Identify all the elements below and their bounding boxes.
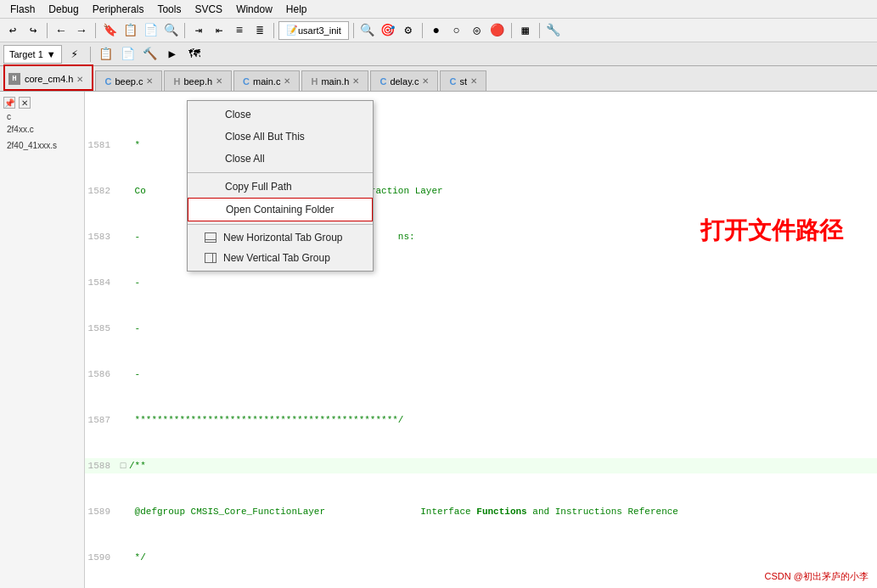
target-action-btn[interactable]: ⚡ xyxy=(65,45,84,64)
tab-st[interactable]: C st ✕ xyxy=(440,70,486,91)
line-number-1582: 1582 xyxy=(85,183,117,199)
tab-main-h-label: main.h xyxy=(321,76,349,87)
dot4-btn[interactable]: 🔴 xyxy=(488,21,507,40)
ctx-open-folder[interactable]: Open Containing Folder xyxy=(188,198,373,221)
ctx-close-all-label: Close All xyxy=(225,153,265,165)
cpu-btn[interactable]: ⚙ xyxy=(399,21,418,40)
ctx-new-v-tab-icon xyxy=(205,253,216,263)
dot2-btn[interactable]: ○ xyxy=(447,21,466,40)
copy-button[interactable]: 📋 xyxy=(121,21,139,40)
outdent-button[interactable]: ⇤ xyxy=(210,21,228,40)
panel-item-c[interactable]: c xyxy=(0,110,84,123)
paste-button[interactable]: 📄 xyxy=(141,21,160,40)
ctx-close-label: Close xyxy=(225,109,251,120)
tab-icon-core-cm4: H xyxy=(8,73,20,85)
menu-peripherals[interactable]: Peripherals xyxy=(86,2,151,17)
indent-button[interactable]: ⇥ xyxy=(189,21,208,40)
dot3-btn[interactable]: ◎ xyxy=(468,21,486,40)
toolbar-separator-2 xyxy=(95,23,96,38)
copy-t-btn[interactable]: 📋 xyxy=(97,45,115,64)
panel-item-2f4[interactable]: 2f4xx.c xyxy=(0,123,84,136)
toolbar-separator-5 xyxy=(353,23,354,38)
main-area: 📌 ✕ c 2f4xx.c 2f40_41xxx.s 1581 * 1582 C… xyxy=(0,92,877,588)
build-btn[interactable]: 🔨 xyxy=(141,45,160,64)
format2-button[interactable]: ≣ xyxy=(250,21,269,40)
ctx-close-all[interactable]: Close All xyxy=(188,148,373,170)
file-display-name: usart3_init xyxy=(298,25,341,36)
tab-core-cm4-label: core_cm4.h xyxy=(25,74,73,84)
expand-1588[interactable]: □ xyxy=(117,458,129,473)
editor-area[interactable]: 1581 * 1582 Co raction Layer 1583 - xyxy=(85,92,877,588)
format1-button[interactable]: ≡ xyxy=(230,21,249,40)
code-text-1586: - xyxy=(129,367,877,382)
tab-delay-c-close[interactable]: ✕ xyxy=(422,76,429,86)
tab-icon-main-h: H xyxy=(311,76,318,87)
settings-btn[interactable]: 🔧 xyxy=(544,21,563,40)
bookmark-button[interactable]: 🔖 xyxy=(100,21,119,40)
ctx-close-all-icon xyxy=(205,152,218,165)
line-number-1588: 1588 xyxy=(85,458,117,473)
toolbar-separator-1 xyxy=(47,23,48,38)
tab-beep-c-close[interactable]: ✕ xyxy=(146,76,153,86)
toolbar: ↩ ↪ ← → 🔖 📋 📄 🔍 ⇥ ⇤ ≡ ≣ 📝 usart3_init 🔍 … xyxy=(0,19,877,42)
dot1-btn[interactable]: ● xyxy=(427,21,446,40)
redo-button[interactable]: ↪ xyxy=(24,21,42,40)
tab-icon-beep-h: H xyxy=(173,76,180,87)
panel-item-2f40[interactable]: 2f40_41xxx.s xyxy=(0,139,84,152)
target-selector[interactable]: Target 1 ▼ xyxy=(3,45,62,64)
find-button[interactable]: 🔍 xyxy=(161,21,180,40)
line-number-1587: 1587 xyxy=(85,412,117,428)
undo-button[interactable]: ↩ xyxy=(3,21,22,40)
tab-core-cm4-wrapper: H core_cm4.h ✕ xyxy=(3,64,93,91)
toolbar-separator-7 xyxy=(511,23,512,38)
menu-svcs[interactable]: SVCS xyxy=(188,2,229,17)
code-line-1586: 1586 - xyxy=(85,367,877,382)
tab-main-h-close[interactable]: ✕ xyxy=(352,76,359,86)
code-text-1585: - xyxy=(129,321,877,336)
tab-main-c[interactable]: C main.c ✕ xyxy=(233,70,300,91)
tab-st-close[interactable]: ✕ xyxy=(470,76,477,86)
line-number-1586: 1586 xyxy=(85,367,117,382)
left-panel-header: 📌 ✕ xyxy=(0,95,84,110)
menu-window[interactable]: Window xyxy=(229,2,279,17)
line-number-1583: 1583 xyxy=(85,229,117,244)
tab-beep-h-close[interactable]: ✕ xyxy=(216,76,222,86)
toolbar-separator-4 xyxy=(273,23,274,38)
ctx-close-all-but[interactable]: Close All But This xyxy=(188,126,373,148)
grid-btn[interactable]: ▦ xyxy=(516,21,535,40)
paste-t-btn[interactable]: 📄 xyxy=(119,45,138,64)
ctx-new-v-tab-label: New Vertical Tab Group xyxy=(223,252,330,264)
ctx-close-icon xyxy=(205,108,218,121)
ctx-new-v-tab[interactable]: New Vertical Tab Group xyxy=(188,248,373,268)
code-line-1588: 1588 □ /** xyxy=(85,458,877,473)
tab-beep-c[interactable]: C beep.c ✕ xyxy=(95,70,162,91)
target-btn[interactable]: 🎯 xyxy=(379,21,397,40)
menu-flash[interactable]: Flash xyxy=(3,2,42,17)
tab-core-cm4-close[interactable]: ✕ xyxy=(76,75,83,84)
map-btn[interactable]: 🗺 xyxy=(185,45,204,64)
close-panel-button[interactable]: ✕ xyxy=(19,97,31,109)
search-btn[interactable]: 🔍 xyxy=(358,21,377,40)
menu-tools[interactable]: Tools xyxy=(150,2,188,17)
ctx-separator-2 xyxy=(188,224,373,225)
tab-main-c-close[interactable]: ✕ xyxy=(284,76,290,86)
run-btn[interactable]: ▶ xyxy=(163,45,182,64)
pin-button[interactable]: 📌 xyxy=(3,97,15,109)
ctx-new-h-tab[interactable]: New Horizontal Tab Group xyxy=(188,227,373,248)
tab-st-label: st xyxy=(459,76,467,87)
menu-help[interactable]: Help xyxy=(279,2,314,17)
tab-main-h[interactable]: H main.h ✕ xyxy=(301,70,368,91)
ctx-copy-path[interactable]: Copy Full Path xyxy=(188,176,373,198)
ctx-close[interactable]: Close xyxy=(188,104,373,126)
tab-delay-c[interactable]: C delay.c ✕ xyxy=(370,70,438,91)
tab-beep-h[interactable]: H beep.h ✕ xyxy=(164,70,232,91)
expand-1582 xyxy=(117,183,129,199)
menu-debug[interactable]: Debug xyxy=(42,2,85,17)
ctx-open-folder-icon xyxy=(205,203,219,216)
forward-button[interactable]: → xyxy=(72,21,91,40)
tab-core-cm4[interactable]: core_cm4.h ✕ xyxy=(21,69,87,89)
back-button[interactable]: ← xyxy=(52,21,70,40)
code-line-1587: 1587 ***********************************… xyxy=(85,412,877,428)
line-number-1585: 1585 xyxy=(85,321,117,336)
target-dropdown-icon: ▼ xyxy=(47,49,56,59)
